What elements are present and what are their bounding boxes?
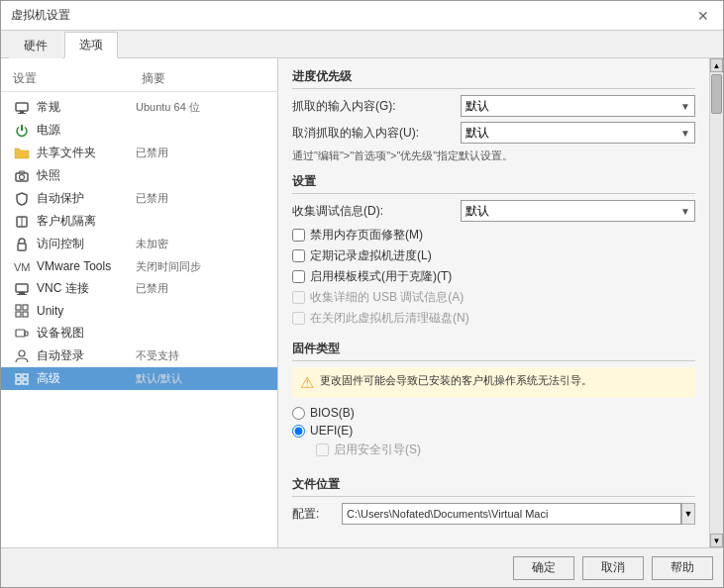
clean-disk-checkbox <box>292 312 305 325</box>
sidebar-item-advanced-value: 默认/默认 <box>136 371 269 386</box>
svg-rect-14 <box>23 305 28 310</box>
sidebar-item-access-control[interactable]: 访问控制 未加密 <box>1 233 277 255</box>
computer-icon <box>13 100 31 116</box>
grab-input-select[interactable]: 默认 ▼ <box>461 95 695 117</box>
bios-radio[interactable] <box>292 407 305 420</box>
cancel-button[interactable]: 取消 <box>582 556 644 580</box>
sidebar-item-auto-login[interactable]: 自动登录 不受支持 <box>1 344 277 367</box>
template-mode-label: 启用模板模式(用于克隆)(T) <box>310 268 452 285</box>
config-label: 配置: <box>292 506 342 523</box>
collect-debug-arrow: ▼ <box>680 206 690 217</box>
sub-secure-boot: 启用安全引导(S) <box>316 441 695 458</box>
ungrab-input-select[interactable]: 默认 ▼ <box>461 122 695 144</box>
close-button[interactable]: ✕ <box>693 6 713 26</box>
config-value[interactable]: C:\Users\Nofated\Documents\Virtual Maci <box>342 503 681 525</box>
uefi-radio[interactable] <box>292 425 305 438</box>
tab-options[interactable]: 选项 <box>64 32 118 58</box>
section-file-location: 文件位置 配置: C:\Users\Nofated\Documents\Virt… <box>292 476 695 525</box>
sidebar-item-power-label: 电源 <box>37 122 136 139</box>
sidebar-item-unity-label: Unity <box>37 304 136 318</box>
svg-rect-2 <box>18 113 26 114</box>
sidebar-item-power[interactable]: 电源 <box>1 119 277 142</box>
radio-bios[interactable]: BIOS(B) <box>292 406 695 420</box>
svg-rect-15 <box>16 312 21 317</box>
settings-title: 设置 <box>292 173 695 194</box>
folder-icon <box>13 146 31 161</box>
ok-button[interactable]: 确定 <box>513 556 574 580</box>
tab-hardware[interactable]: 硬件 <box>9 33 62 58</box>
content-area: 设置 摘要 常规 Ubuntu 64 位 电源 <box>1 58 723 547</box>
sidebar-item-general-label: 常规 <box>37 99 136 116</box>
radio-uefi[interactable]: UEFI(E) <box>292 424 695 438</box>
checkbox-disable-memory[interactable]: 禁用内存页面修整(M) <box>292 227 695 244</box>
guest-isolation-icon <box>13 214 31 230</box>
scroll-track[interactable] <box>710 72 723 534</box>
svg-rect-18 <box>25 332 28 336</box>
sidebar-item-device-view[interactable]: 设备视图 <box>1 322 277 344</box>
periodic-snapshot-checkbox[interactable] <box>292 249 305 262</box>
grab-input-value: 默认 <box>465 98 489 115</box>
right-scrollbar[interactable]: ▲ ▼ <box>709 58 723 547</box>
ungrab-input-value: 默认 <box>465 125 489 142</box>
svg-point-19 <box>19 350 25 356</box>
uefi-label: UEFI(E) <box>310 424 353 438</box>
sidebar-item-auto-protect[interactable]: 自动保护 已禁用 <box>1 187 277 210</box>
collect-debug-select[interactable]: 默认 ▼ <box>461 200 695 222</box>
checkbox-collect-usb: 收集详细的 USB 调试信息(A) <box>292 289 695 306</box>
sidebar-item-vmware-tools[interactable]: VM VMware Tools 关闭时间同步 <box>1 255 277 277</box>
collect-usb-label: 收集详细的 USB 调试信息(A) <box>310 289 464 306</box>
disable-memory-checkbox[interactable] <box>292 229 305 242</box>
sidebar-item-vnc[interactable]: VNC 连接 已禁用 <box>1 277 277 300</box>
sidebar-item-snapshot[interactable]: 快照 <box>1 164 277 187</box>
sidebar-item-access-label: 访问控制 <box>37 236 136 252</box>
sidebar-item-access-value: 未加密 <box>136 237 269 251</box>
svg-rect-0 <box>16 103 28 111</box>
section-priority: 进度优先级 抓取的输入内容(G): 默认 ▼ 取消抓取的输入内容(U): 默认 … <box>292 68 695 163</box>
svg-point-5 <box>20 174 25 179</box>
sidebar-item-deviceview-label: 设备视图 <box>37 325 136 342</box>
svg-rect-17 <box>16 330 25 337</box>
svg-rect-13 <box>16 305 21 310</box>
svg-rect-1 <box>20 111 24 113</box>
shield-icon <box>13 191 31 207</box>
checkbox-template-mode[interactable]: 启用模板模式(用于克隆)(T) <box>292 268 695 285</box>
svg-text:VM: VM <box>14 261 30 272</box>
checkbox-periodic-snapshot[interactable]: 定期记录虚拟机进度(L) <box>292 247 695 264</box>
sidebar-item-vmwaretools-label: VMware Tools <box>37 259 136 273</box>
file-location-title: 文件位置 <box>292 476 695 497</box>
lock-icon <box>13 237 31 252</box>
sidebar-item-autologin-label: 自动登录 <box>37 347 136 364</box>
help-button[interactable]: 帮助 <box>652 556 713 580</box>
sidebar-item-shared-folders[interactable]: 共享文件夹 已禁用 <box>1 142 277 164</box>
camera-icon <box>13 168 31 184</box>
collect-debug-row: 收集调试信息(D): 默认 ▼ <box>292 200 695 222</box>
scroll-down-btn[interactable]: ▼ <box>710 534 723 547</box>
ungrab-input-arrow: ▼ <box>680 128 690 139</box>
section-settings: 设置 收集调试信息(D): 默认 ▼ 禁用内存页面修整(M) 定期记录虚拟机进度… <box>292 173 695 331</box>
sidebar-item-general[interactable]: 常规 Ubuntu 64 位 <box>1 96 277 119</box>
tabs-bar: 硬件 选项 <box>1 31 723 58</box>
warning-icon: ⚠ <box>300 373 314 392</box>
right-panel: 进度优先级 抓取的输入内容(G): 默认 ▼ 取消抓取的输入内容(U): 默认 … <box>278 58 709 547</box>
header-setting: 设置 <box>13 70 142 87</box>
collect-debug-label: 收集调试信息(D): <box>292 203 461 220</box>
header-summary: 摘要 <box>142 70 269 87</box>
sidebar-item-autoprotect-label: 自动保护 <box>37 190 136 207</box>
svg-rect-10 <box>16 284 28 292</box>
file-scroll-down[interactable]: ▼ <box>681 503 695 525</box>
sidebar-item-guest-isolation[interactable]: 客户机隔离 <box>1 210 277 233</box>
scroll-thumb[interactable] <box>711 74 722 114</box>
sidebar-item-guest-label: 客户机隔离 <box>37 213 136 230</box>
sidebar-item-snapshot-label: 快照 <box>37 167 136 184</box>
svg-rect-20 <box>16 374 21 378</box>
auto-login-icon <box>13 348 31 364</box>
sidebar-item-shared-value: 已禁用 <box>136 146 269 160</box>
template-mode-checkbox[interactable] <box>292 270 305 283</box>
clean-disk-label: 在关闭此虚拟机后清理磁盘(N) <box>310 310 469 327</box>
sidebar-item-unity[interactable]: Unity <box>1 300 277 322</box>
firmware-warning: ⚠ 更改固件可能会导致已安装的客户机操作系统无法引导。 <box>292 367 695 398</box>
priority-title: 进度优先级 <box>292 68 695 89</box>
sidebar-item-advanced[interactable]: 高级 默认/默认 <box>1 367 277 390</box>
scroll-up-btn[interactable]: ▲ <box>710 58 723 72</box>
firmware-warning-text: 更改固件可能会导致已安装的客户机操作系统无法引导。 <box>320 373 592 392</box>
